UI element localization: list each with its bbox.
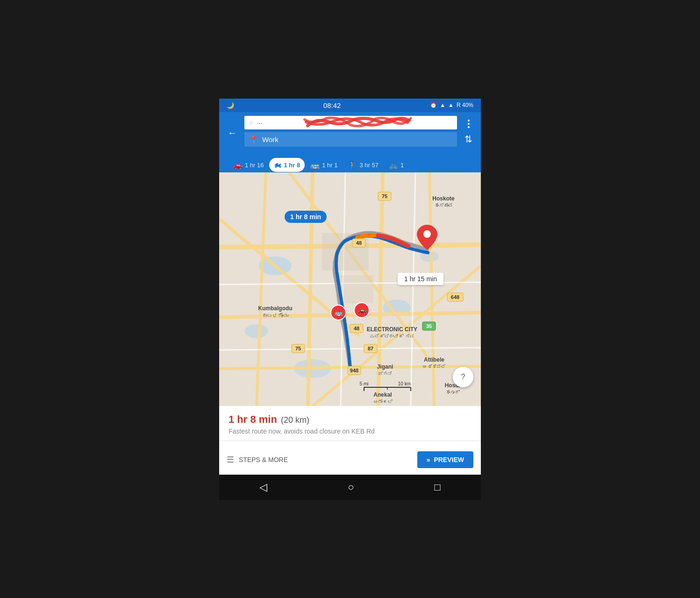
phone-frame: 🌙 08:42 ⏰ ▲ ▲ R 40% ← ○ ···: [219, 99, 481, 500]
svg-text:ಹೊಸೂರ್: ಹೊಸೂರ್: [446, 390, 460, 395]
search-row: ○ ··· 📍 Work: [244, 116, 457, 150]
svg-point-26: [423, 230, 431, 238]
walk-icon: 🚶: [348, 161, 357, 170]
tab-walk[interactable]: 🚶 3 hr 57: [343, 158, 383, 172]
svg-text:ELECTRONIC CITY: ELECTRONIC CITY: [367, 326, 418, 333]
wifi-icon: ▲: [440, 102, 445, 108]
svg-text:ಆಣೇಕಲ್: ಆಣೇಕಲ್: [373, 399, 393, 404]
svg-text:75: 75: [295, 346, 301, 351]
status-right: ⏰ ▲ ▲ R 40%: [430, 102, 473, 108]
svg-text:Anekal: Anekal: [373, 392, 392, 398]
preview-label: PREVIEW: [434, 456, 464, 463]
origin-input-box[interactable]: ○ ···: [244, 116, 457, 129]
nav-recent-button[interactable]: □: [425, 477, 450, 497]
steps-label: STEPS & MORE: [239, 456, 288, 463]
map-svg: 🚌 🚗 75 48 648 35 48 948: [219, 172, 481, 406]
status-time: 08:42: [323, 101, 341, 109]
dest-row-wrapper: 📍 Work: [244, 132, 457, 147]
origin-dot-icon: ○: [249, 119, 253, 126]
svg-text:ಕುಂಬಳಗೋಡು: ಕುಂಬಳಗೋಡು: [262, 313, 289, 318]
tab-more[interactable]: 🚲 1: [384, 158, 408, 172]
compass-icon: ?: [461, 373, 465, 381]
svg-text:48: 48: [356, 240, 362, 246]
route-info: 1 hr 8 min (20 km) Fastest route now, av…: [219, 406, 481, 441]
more-dot-1: [468, 120, 470, 121]
dest-input-box[interactable]: 📍 Work: [244, 132, 457, 147]
back-button[interactable]: ←: [225, 128, 240, 138]
bike-icon: 🏍: [274, 161, 281, 169]
route-label-alt: 1 hr 15 min: [398, 273, 443, 285]
nav-back-button[interactable]: ◁: [250, 477, 277, 497]
svg-text:ಹೊಸ್ಕೋಟೆ: ಹೊಸ್ಕೋಟೆ: [435, 203, 453, 208]
map-area[interactable]: 🚌 🚗 75 48 648 35 48 948: [219, 172, 481, 406]
svg-text:5 mi: 5 mi: [360, 381, 369, 386]
svg-text:75: 75: [382, 193, 387, 199]
moon-icon: 🌙: [227, 102, 234, 109]
steps-icon: ☰: [227, 455, 234, 465]
svg-text:🚗: 🚗: [358, 306, 366, 314]
more-transport-icon: 🚲: [389, 161, 398, 170]
swap-button[interactable]: ⇅: [462, 132, 475, 147]
car-time: 1 hr 16: [245, 162, 264, 169]
svg-text:35: 35: [426, 323, 432, 329]
route-description: Fastest route now, avoids road closure o…: [229, 427, 471, 435]
more-menu-button[interactable]: [466, 120, 471, 128]
signal-icon: ▲: [448, 102, 454, 108]
tab-bike[interactable]: 🏍 1 hr 8: [269, 158, 305, 172]
route-time-row: 1 hr 8 min (20 km): [229, 413, 471, 426]
transit-icon: 🚌: [310, 161, 320, 170]
svg-text:948: 948: [350, 368, 358, 373]
steps-preview-bar: ☰ STEPS & MORE » PREVIEW: [219, 445, 481, 475]
walk-time: 3 hr 57: [359, 162, 378, 169]
transport-bar: 🚗 1 hr 16 🏍 1 hr 8 🚌 1 hr 1 🚶 3 hr 57 🚲 …: [225, 154, 475, 172]
svg-text:Attibele: Attibele: [424, 356, 444, 363]
origin-text: ···: [257, 119, 452, 127]
alarm-icon: ⏰: [430, 102, 437, 108]
nav-top: ← ○ ···: [225, 116, 475, 150]
preview-button[interactable]: » PREVIEW: [417, 451, 473, 468]
svg-text:ಜಿಗಣಿ: ಜಿಗಣಿ: [379, 371, 392, 376]
svg-text:Jigani: Jigani: [377, 363, 393, 370]
dest-pin-icon: 📍: [249, 135, 258, 144]
more-transport-time: 1: [400, 162, 404, 169]
svg-text:Kumbalgodu: Kumbalgodu: [258, 305, 292, 312]
route-time: 1 hr 8 min: [229, 413, 277, 426]
preview-arrow-icon: »: [427, 456, 430, 463]
status-bar: 🌙 08:42 ⏰ ▲ ▲ R 40%: [219, 99, 481, 112]
svg-text:ಎಲೆಕ್ಟ್ರಾನಿಕ್ ಸಿಟಿ: ಎಲೆಕ್ಟ್ರಾನಿಕ್ ಸಿಟಿ: [370, 334, 414, 339]
battery-text: R 40%: [457, 102, 473, 108]
tab-car[interactable]: 🚗 1 hr 16: [229, 158, 268, 172]
transit-time: 1 hr 1: [322, 162, 337, 169]
dest-text: Work: [262, 135, 452, 143]
route-distance: (20 km): [281, 415, 309, 425]
svg-text:🚌: 🚌: [335, 309, 343, 317]
bike-time: 1 hr 8: [284, 162, 300, 169]
svg-text:10 km: 10 km: [398, 381, 411, 386]
nav-home-button[interactable]: ○: [338, 477, 363, 497]
more-dot-2: [468, 123, 470, 125]
svg-text:ಅತ್ತಿಬೆಲೆ: ಅತ್ತಿಬೆಲೆ: [422, 364, 446, 369]
svg-text:87: 87: [368, 346, 373, 351]
tab-transit[interactable]: 🚌 1 hr 1: [306, 158, 342, 172]
svg-text:648: 648: [451, 294, 459, 300]
svg-text:Hoskote: Hoskote: [432, 195, 455, 202]
more-dot-3: [468, 126, 470, 128]
svg-point-2: [245, 324, 268, 338]
car-icon: 🚗: [233, 161, 243, 170]
nav-bar: ← ○ ···: [219, 112, 481, 172]
steps-button[interactable]: ☰ STEPS & MORE: [227, 455, 288, 465]
bottom-nav: ◁ ○ □: [219, 475, 481, 500]
svg-text:48: 48: [354, 326, 359, 331]
status-left: 🌙: [227, 102, 234, 109]
compass-button[interactable]: ?: [453, 367, 473, 387]
route-label-main: 1 hr 8 min: [285, 211, 327, 223]
